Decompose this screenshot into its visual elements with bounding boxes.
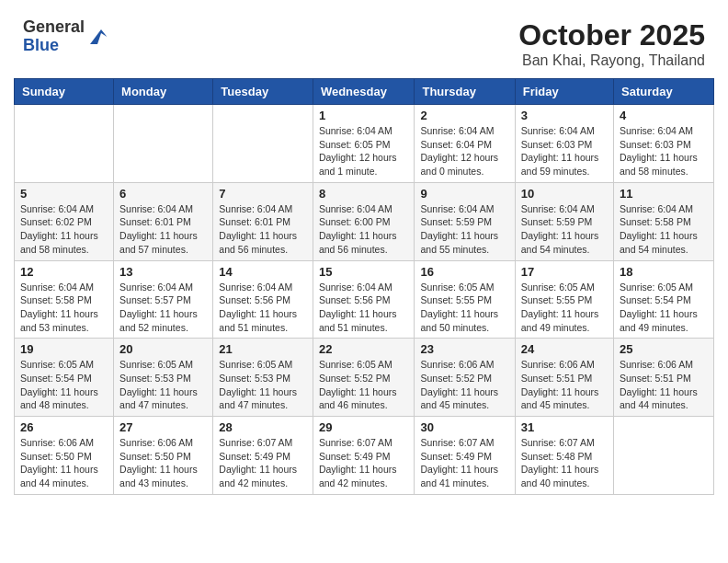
- day-number: 7: [219, 187, 307, 201]
- calendar-cell: 23Sunrise: 6:06 AM Sunset: 5:52 PM Dayli…: [415, 339, 515, 417]
- calendar-week-5: 26Sunrise: 6:06 AM Sunset: 5:50 PM Dayli…: [15, 417, 714, 495]
- day-info: Sunrise: 6:06 AM Sunset: 5:50 PM Dayligh…: [20, 436, 108, 490]
- day-info: Sunrise: 6:04 AM Sunset: 6:04 PM Dayligh…: [420, 124, 508, 178]
- day-number: 17: [521, 265, 608, 279]
- day-info: Sunrise: 6:04 AM Sunset: 5:57 PM Dayligh…: [119, 281, 207, 335]
- weekday-header-friday: Friday: [515, 79, 613, 105]
- calendar-cell: 12Sunrise: 6:04 AM Sunset: 5:58 PM Dayli…: [15, 260, 114, 339]
- day-number: 4: [620, 109, 708, 122]
- day-info: Sunrise: 6:04 AM Sunset: 5:59 PM Dayligh…: [420, 202, 508, 257]
- day-number: 9: [420, 187, 508, 201]
- calendar-cell: [213, 105, 313, 183]
- calendar-cell: 21Sunrise: 6:05 AM Sunset: 5:53 PM Dayli…: [213, 339, 313, 417]
- calendar-cell: 30Sunrise: 6:07 AM Sunset: 5:49 PM Dayli…: [415, 417, 515, 495]
- calendar-cell: 17Sunrise: 6:05 AM Sunset: 5:55 PM Dayli…: [515, 260, 613, 339]
- day-info: Sunrise: 6:04 AM Sunset: 6:03 PM Dayligh…: [620, 124, 708, 178]
- day-number: 30: [420, 420, 508, 434]
- day-info: Sunrise: 6:05 AM Sunset: 5:55 PM Dayligh…: [420, 281, 508, 335]
- logo-icon: [86, 26, 108, 48]
- day-info: Sunrise: 6:04 AM Sunset: 5:56 PM Dayligh…: [319, 281, 409, 335]
- calendar-cell: 6Sunrise: 6:04 AM Sunset: 6:01 PM Daylig…: [114, 182, 213, 260]
- calendar-cell: 10Sunrise: 6:04 AM Sunset: 5:59 PM Dayli…: [515, 182, 613, 260]
- day-number: 28: [219, 420, 307, 434]
- calendar-cell: 18Sunrise: 6:05 AM Sunset: 5:54 PM Dayli…: [614, 260, 714, 339]
- weekday-header-saturday: Saturday: [614, 79, 714, 105]
- day-info: Sunrise: 6:05 AM Sunset: 5:52 PM Dayligh…: [319, 358, 409, 412]
- day-number: 25: [620, 342, 708, 356]
- day-number: 2: [420, 109, 508, 122]
- calendar-cell: 19Sunrise: 6:05 AM Sunset: 5:54 PM Dayli…: [15, 339, 114, 417]
- calendar-table: SundayMondayTuesdayWednesdayThursdayFrid…: [14, 78, 714, 495]
- day-number: 6: [119, 187, 207, 201]
- day-info: Sunrise: 6:05 AM Sunset: 5:53 PM Dayligh…: [219, 358, 307, 412]
- day-number: 1: [319, 109, 409, 122]
- day-info: Sunrise: 6:06 AM Sunset: 5:51 PM Dayligh…: [521, 358, 608, 412]
- calendar-location: Ban Khai, Rayong, Thailand: [518, 52, 705, 69]
- calendar-cell: 1Sunrise: 6:04 AM Sunset: 6:05 PM Daylig…: [313, 105, 415, 183]
- calendar-cell: [614, 417, 714, 495]
- calendar-cell: 27Sunrise: 6:06 AM Sunset: 5:50 PM Dayli…: [114, 417, 213, 495]
- page-header: General Blue October 2025 Ban Khai, Rayo…: [9, 9, 719, 74]
- day-number: 15: [319, 265, 409, 279]
- day-number: 13: [119, 265, 207, 279]
- weekday-header-thursday: Thursday: [415, 79, 515, 105]
- calendar-week-4: 19Sunrise: 6:05 AM Sunset: 5:54 PM Dayli…: [15, 339, 714, 417]
- calendar-cell: 3Sunrise: 6:04 AM Sunset: 6:03 PM Daylig…: [515, 105, 613, 183]
- day-number: 22: [319, 342, 409, 356]
- day-number: 20: [119, 342, 207, 356]
- calendar-cell: 20Sunrise: 6:05 AM Sunset: 5:53 PM Dayli…: [114, 339, 213, 417]
- calendar-week-1: 1Sunrise: 6:04 AM Sunset: 6:05 PM Daylig…: [15, 105, 714, 183]
- weekday-header-tuesday: Tuesday: [213, 79, 313, 105]
- day-number: 31: [521, 420, 608, 434]
- day-number: 24: [521, 342, 608, 356]
- calendar-week-3: 12Sunrise: 6:04 AM Sunset: 5:58 PM Dayli…: [15, 260, 714, 339]
- calendar-cell: 22Sunrise: 6:05 AM Sunset: 5:52 PM Dayli…: [313, 339, 415, 417]
- day-info: Sunrise: 6:04 AM Sunset: 6:00 PM Dayligh…: [319, 202, 409, 257]
- day-info: Sunrise: 6:04 AM Sunset: 6:01 PM Dayligh…: [119, 202, 207, 257]
- weekday-header-monday: Monday: [114, 79, 213, 105]
- day-number: 23: [420, 342, 508, 356]
- calendar-header-row: SundayMondayTuesdayWednesdayThursdayFrid…: [15, 79, 714, 105]
- calendar-cell: 11Sunrise: 6:04 AM Sunset: 5:58 PM Dayli…: [614, 182, 714, 260]
- calendar-cell: 15Sunrise: 6:04 AM Sunset: 5:56 PM Dayli…: [313, 260, 415, 339]
- calendar-cell: 25Sunrise: 6:06 AM Sunset: 5:51 PM Dayli…: [614, 339, 714, 417]
- day-info: Sunrise: 6:06 AM Sunset: 5:51 PM Dayligh…: [620, 358, 708, 412]
- calendar-cell: 28Sunrise: 6:07 AM Sunset: 5:49 PM Dayli…: [213, 417, 313, 495]
- calendar-cell: [114, 105, 213, 183]
- day-info: Sunrise: 6:07 AM Sunset: 5:49 PM Dayligh…: [219, 436, 307, 490]
- day-number: 5: [20, 187, 108, 201]
- day-info: Sunrise: 6:05 AM Sunset: 5:54 PM Dayligh…: [20, 358, 108, 412]
- day-number: 21: [219, 342, 307, 356]
- day-number: 27: [119, 420, 207, 434]
- day-info: Sunrise: 6:04 AM Sunset: 5:59 PM Dayligh…: [521, 202, 608, 257]
- weekday-header-wednesday: Wednesday: [313, 79, 415, 105]
- day-number: 18: [620, 265, 708, 279]
- calendar-title: October 2025: [518, 18, 705, 52]
- day-number: 16: [420, 265, 508, 279]
- calendar-cell: 2Sunrise: 6:04 AM Sunset: 6:04 PM Daylig…: [415, 105, 515, 183]
- day-info: Sunrise: 6:07 AM Sunset: 5:49 PM Dayligh…: [420, 436, 508, 490]
- day-info: Sunrise: 6:07 AM Sunset: 5:49 PM Dayligh…: [319, 436, 409, 490]
- day-info: Sunrise: 6:04 AM Sunset: 6:02 PM Dayligh…: [20, 202, 108, 257]
- calendar-cell: 13Sunrise: 6:04 AM Sunset: 5:57 PM Dayli…: [114, 260, 213, 339]
- calendar-cell: 5Sunrise: 6:04 AM Sunset: 6:02 PM Daylig…: [15, 182, 114, 260]
- day-info: Sunrise: 6:04 AM Sunset: 6:05 PM Dayligh…: [319, 124, 409, 178]
- title-block: October 2025 Ban Khai, Rayong, Thailand: [518, 18, 705, 69]
- svg-marker-0: [90, 29, 107, 44]
- day-info: Sunrise: 6:04 AM Sunset: 5:56 PM Dayligh…: [219, 281, 307, 335]
- day-info: Sunrise: 6:05 AM Sunset: 5:54 PM Dayligh…: [620, 281, 708, 335]
- calendar-cell: 4Sunrise: 6:04 AM Sunset: 6:03 PM Daylig…: [614, 105, 714, 183]
- day-info: Sunrise: 6:07 AM Sunset: 5:48 PM Dayligh…: [521, 436, 608, 490]
- day-number: 26: [20, 420, 108, 434]
- day-info: Sunrise: 6:06 AM Sunset: 5:50 PM Dayligh…: [119, 436, 207, 490]
- day-number: 14: [219, 265, 307, 279]
- calendar-cell: 7Sunrise: 6:04 AM Sunset: 6:01 PM Daylig…: [213, 182, 313, 260]
- weekday-header-sunday: Sunday: [15, 79, 114, 105]
- calendar-cell: [15, 105, 114, 183]
- calendar-cell: 8Sunrise: 6:04 AM Sunset: 6:00 PM Daylig…: [313, 182, 415, 260]
- day-info: Sunrise: 6:05 AM Sunset: 5:55 PM Dayligh…: [521, 281, 608, 335]
- day-info: Sunrise: 6:04 AM Sunset: 6:03 PM Dayligh…: [521, 124, 608, 178]
- logo-general: General: [23, 18, 85, 37]
- calendar-cell: 31Sunrise: 6:07 AM Sunset: 5:48 PM Dayli…: [515, 417, 613, 495]
- day-number: 12: [20, 265, 108, 279]
